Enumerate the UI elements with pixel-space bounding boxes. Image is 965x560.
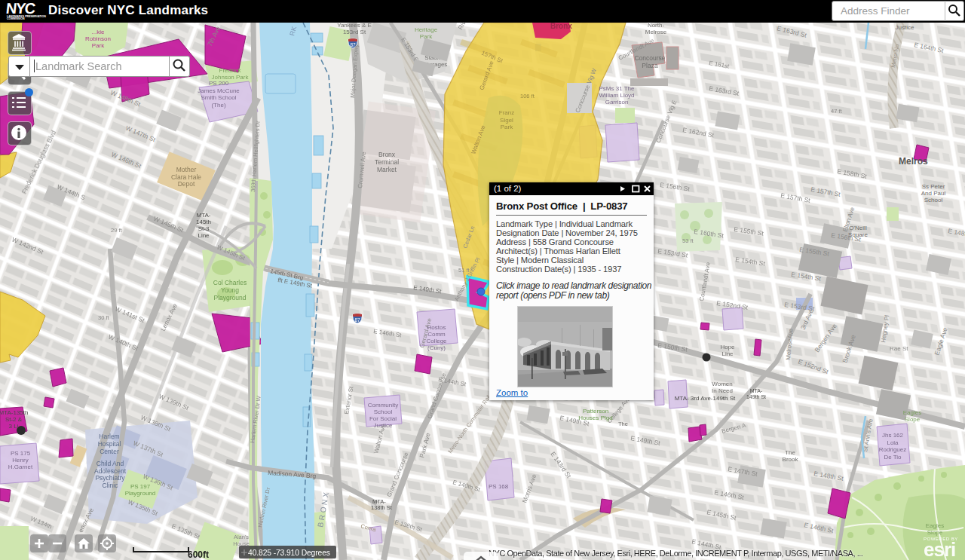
svg-text:Community: Community [368, 402, 398, 409]
svg-text:James McCune: James McCune [198, 87, 240, 94]
svg-text:School: School [374, 409, 393, 415]
svg-text:Eagles: Eagles [903, 409, 921, 416]
svg-text:106 ft: 106 ft [520, 93, 535, 99]
svg-text:47 ft: 47 ft [831, 108, 843, 115]
svg-text:Ss Peter: Ss Peter [922, 183, 945, 190]
svg-text:MTA- 3rd Ave-149th St: MTA- 3rd Ave-149th St [675, 395, 736, 402]
svg-text:Fredrick: Fredrick [219, 67, 242, 74]
svg-text:Heritage: Heritage [415, 26, 438, 33]
svg-text:O'Neill: O'Neill [849, 225, 867, 231]
svg-text:Psychiatry: Psychiatry [95, 474, 125, 482]
svg-text:Women: Women [712, 381, 732, 387]
svg-text:PS 200: PS 200 [209, 80, 229, 87]
svg-text:PS 197: PS 197 [130, 483, 151, 490]
svg-text:(The): (The) [211, 102, 225, 109]
svg-text:Slope: Slope [927, 529, 943, 536]
svg-text:Justice: Justice [374, 422, 393, 429]
svg-text:Terminal: Terminal [375, 158, 399, 166]
svg-text:53 ft: 53 ft [682, 237, 694, 244]
svg-text:Houses Plgd: Houses Plgd [578, 415, 612, 421]
svg-text:School: School [924, 197, 943, 203]
svg-text:Henry: Henry [12, 457, 28, 464]
svg-text:Rae St: Rae St [890, 345, 908, 352]
svg-text:29 ft: 29 ft [111, 227, 123, 234]
svg-text:153rd St: 153rd St [343, 29, 366, 35]
svg-text:Melros: Melros [899, 156, 928, 167]
svg-text:Col Charles: Col Charles [213, 279, 247, 286]
svg-text:Harlem: Harlem [99, 433, 119, 440]
svg-text:Eagles: Eagles [926, 522, 944, 529]
svg-text:Slope: Slope [905, 416, 921, 423]
svg-text:PsMs 31 The: PsMs 31 The [599, 85, 636, 92]
svg-text:(Cuny): (Cuny) [427, 344, 446, 351]
svg-text:Justice: Justice [896, 24, 914, 31]
svg-text:MTA-: MTA- [750, 388, 763, 393]
svg-text:Depot: Depot [178, 180, 195, 188]
svg-text:The: The [785, 449, 795, 456]
svg-text:College: College [426, 338, 447, 344]
svg-text:Franz: Franz [499, 109, 514, 116]
svg-text:Robinson: Robinson [85, 35, 111, 42]
svg-text:Garrison: Garrison [605, 99, 629, 106]
svg-text:De Tio: De Tio [884, 454, 902, 461]
svg-text:Clara Hale: Clara Hale [171, 173, 201, 181]
svg-text:Comm: Comm [427, 331, 446, 338]
svg-text:145th: 145th [196, 219, 211, 225]
svg-text:Smith School: Smith School [201, 94, 236, 101]
svg-text:Plaza: Plaza [642, 62, 658, 69]
svg-text:30 ft: 30 ft [98, 314, 110, 321]
svg-text:William Lloyd: William Lloyd [599, 92, 634, 99]
svg-text:Hospital: Hospital [98, 440, 121, 448]
svg-text:Patterson: Patterson [583, 408, 608, 415]
svg-text:MTA-135th: MTA-135th [0, 409, 28, 416]
svg-text:Brook: Brook [783, 456, 799, 463]
svg-text:PS 168: PS 168 [489, 483, 509, 490]
svg-text:Hostos: Hostos [427, 324, 446, 331]
svg-text:Bronx: Bronx [550, 22, 572, 30]
svg-text:North-: North- [648, 22, 665, 29]
svg-text:Playground: Playground [125, 490, 155, 497]
svg-text:St-3: St-3 [198, 225, 210, 232]
svg-text:...kie: ...kie [92, 29, 105, 35]
svg-text:Park: Park [501, 124, 513, 130]
svg-text:Adolescent: Adolescent [94, 467, 127, 475]
svg-text:Lola: Lola [887, 439, 899, 446]
svg-text:In Need: In Need [712, 387, 733, 394]
svg-text:Mother: Mother [176, 166, 197, 173]
svg-text:Playground: Playground [213, 294, 246, 301]
svg-text:And Paul: And Paul [921, 190, 946, 197]
svg-text:H.Garnet: H.Garnet [8, 464, 33, 470]
svg-text:MTA-: MTA- [197, 212, 211, 219]
svg-text:Yankees & E: Yankees & E [337, 22, 372, 29]
svg-text:Center: Center [100, 448, 119, 455]
svg-text:51 ft: 51 ft [458, 267, 470, 274]
svg-text:138th St: 138th St [371, 504, 393, 511]
svg-text:Line: Line [198, 232, 210, 239]
svg-text:St-2 &: St-2 & [5, 416, 23, 423]
svg-text:Rodriguez: Rodriguez [879, 446, 906, 453]
svg-text:Young: Young [221, 286, 239, 294]
svg-text:PS 175: PS 175 [11, 450, 31, 457]
svg-text:For Social: For Social [369, 415, 397, 422]
svg-text:3 Li: 3 Li [9, 423, 19, 430]
svg-text:Hope: Hope [720, 344, 735, 350]
svg-text:Park: Park [92, 42, 105, 49]
svg-text:Market: Market [377, 166, 397, 173]
svg-text:Line: Line [721, 350, 734, 357]
svg-text:87: 87 [354, 317, 360, 323]
svg-text:Sigel: Sigel [500, 117, 513, 124]
svg-text:The: The [618, 421, 628, 427]
svg-text:149th St: 149th St [746, 394, 766, 399]
svg-text:Bronx: Bronx [378, 151, 396, 158]
svg-text:Clinic: Clinic [103, 482, 119, 489]
svg-text:Concourse: Concourse [634, 54, 665, 62]
svg-text:Melrose: Melrose [645, 29, 667, 35]
svg-text:Child And: Child And [96, 460, 124, 467]
svg-text:Jhs 162: Jhs 162 [882, 432, 904, 439]
